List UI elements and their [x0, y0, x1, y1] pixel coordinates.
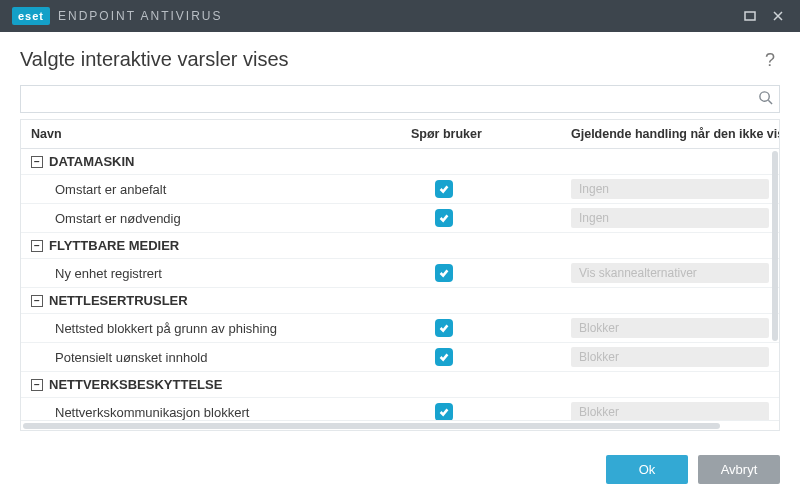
row-name: Omstart er nødvendig — [55, 211, 181, 226]
collapse-icon[interactable]: − — [31, 156, 43, 168]
horizontal-scrollbar[interactable] — [21, 420, 779, 430]
search-input[interactable] — [21, 86, 779, 112]
table-row[interactable]: Potensielt uønsket innholdBlokker — [21, 343, 779, 372]
ask-user-checkbox[interactable] — [435, 403, 453, 420]
row-name: Ny enhet registrert — [55, 266, 162, 281]
horizontal-scroll-thumb[interactable] — [23, 423, 720, 429]
svg-point-1 — [760, 92, 769, 101]
minimize-button[interactable] — [736, 2, 764, 30]
default-action-field: Blokker — [571, 318, 769, 338]
close-button[interactable] — [764, 2, 792, 30]
search-icon[interactable] — [758, 90, 773, 108]
category-label: NETTLESERTRUSLER — [49, 293, 188, 308]
row-name: Potensielt uønsket innhold — [55, 350, 207, 365]
default-action-field: Ingen — [571, 208, 769, 228]
default-action-field: Ingen — [571, 179, 769, 199]
brand-badge: eset — [12, 7, 50, 25]
table-header: Navn Spør bruker Gjeldende handling når … — [21, 120, 779, 149]
category-label: NETTVERKSBESKYTTELSE — [49, 377, 222, 392]
app-window: eset ENDPOINT ANTIVIRUS Valgte interakti… — [0, 0, 800, 500]
brand-name: ENDPOINT ANTIVIRUS — [58, 9, 222, 23]
vertical-scrollbar[interactable] — [771, 149, 779, 420]
category-label: DATAMASKIN — [49, 154, 134, 169]
help-button[interactable]: ? — [760, 50, 780, 70]
collapse-icon[interactable]: − — [31, 379, 43, 391]
ask-user-checkbox[interactable] — [435, 264, 453, 282]
ask-user-checkbox[interactable] — [435, 348, 453, 366]
content-area: Navn Spør bruker Gjeldende handling når … — [0, 85, 800, 441]
ask-user-checkbox[interactable] — [435, 209, 453, 227]
category-row[interactable]: −DATAMASKIN — [21, 149, 779, 175]
collapse-icon[interactable]: − — [31, 240, 43, 252]
row-name: Omstart er anbefalt — [55, 182, 166, 197]
col-action[interactable]: Gjeldende handling når den ikke vise — [561, 120, 779, 148]
ok-button[interactable]: Ok — [606, 455, 688, 484]
vertical-scroll-thumb[interactable] — [772, 151, 778, 341]
collapse-icon[interactable]: − — [31, 295, 43, 307]
category-row[interactable]: −FLYTTBARE MEDIER — [21, 233, 779, 259]
table-row[interactable]: Nettsted blokkert på grunn av phishingBl… — [21, 314, 779, 343]
category-row[interactable]: −NETTVERKSBESKYTTELSE — [21, 372, 779, 398]
alerts-table: Navn Spør bruker Gjeldende handling når … — [20, 119, 780, 431]
table-row[interactable]: Ny enhet registrertVis skannealternative… — [21, 259, 779, 288]
table-row[interactable]: Omstart er anbefaltIngen — [21, 175, 779, 204]
ask-user-checkbox[interactable] — [435, 319, 453, 337]
default-action-field: Vis skannealternativer — [571, 263, 769, 283]
table-row[interactable]: Omstart er nødvendigIngen — [21, 204, 779, 233]
default-action-field: Blokker — [571, 347, 769, 367]
default-action-field: Blokker — [571, 402, 769, 420]
category-label: FLYTTBARE MEDIER — [49, 238, 179, 253]
minimize-icon — [744, 10, 756, 22]
table-row[interactable]: Nettverkskommunikasjon blokkertBlokker — [21, 398, 779, 420]
dialog-footer: Ok Avbryt — [0, 441, 800, 500]
dialog-header: Valgte interaktive varsler vises ? — [0, 32, 800, 85]
titlebar: eset ENDPOINT ANTIVIRUS — [0, 0, 800, 32]
row-name: Nettverkskommunikasjon blokkert — [55, 405, 249, 420]
col-name[interactable]: Navn — [21, 120, 401, 148]
row-name: Nettsted blokkert på grunn av phishing — [55, 321, 277, 336]
col-ask[interactable]: Spør bruker — [401, 120, 561, 148]
category-row[interactable]: −NETTLESERTRUSLER — [21, 288, 779, 314]
cancel-button[interactable]: Avbryt — [698, 455, 780, 484]
page-title: Valgte interaktive varsler vises — [20, 48, 760, 71]
ask-user-checkbox[interactable] — [435, 180, 453, 198]
close-icon — [772, 10, 784, 22]
svg-rect-0 — [745, 12, 755, 20]
table-body: −DATAMASKINOmstart er anbefaltIngenOmsta… — [21, 149, 779, 420]
search-bar — [20, 85, 780, 113]
